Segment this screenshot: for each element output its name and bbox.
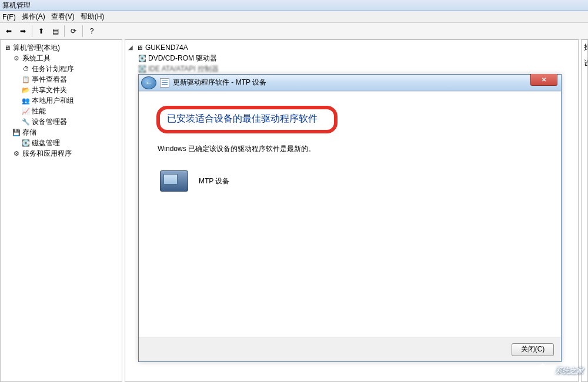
document-icon: [160, 78, 169, 88]
left-panel: 算机管理(本地) 系统工具 任务计划程序 事件查看器 共享文件夹 本地用户和组 …: [0, 39, 122, 382]
device-tree-root[interactable]: ◢ GUKEND74A: [128, 42, 576, 53]
update-driver-dialog: 更新驱动程序软件 - MTP 设备 已安装适合设备的最佳驱动程序软件 Windo…: [138, 74, 562, 362]
disk-icon: [138, 54, 146, 62]
toolbar-refresh-icon[interactable]: ⟳: [67, 25, 80, 38]
device-icon: [22, 118, 30, 126]
toolbar-forward-icon[interactable]: ➡: [16, 25, 29, 38]
tree-storage-label: 存储: [22, 127, 36, 138]
gear-icon: [12, 54, 21, 62]
share-icon: [22, 86, 30, 94]
tree-item-label: 任务计划程序: [32, 63, 74, 74]
back-button[interactable]: [141, 76, 156, 89]
device-tree-dvd[interactable]: DVD/CD-ROM 驱动器: [138, 53, 576, 63]
tree-item-perf[interactable]: 性能: [22, 106, 119, 116]
tree-item-shared[interactable]: 共享文件夹: [22, 85, 119, 95]
tree-item-label: 本地用户和组: [32, 95, 74, 106]
close-action-label: 关闭(C): [521, 344, 545, 354]
window-title: 算机管理: [2, 1, 31, 11]
tree-item-label: 事件查看器: [32, 74, 67, 85]
dialog-titlebar[interactable]: 更新驱动程序软件 - MTP 设备: [139, 75, 561, 91]
dialog-body: 已安装适合设备的最佳驱动程序软件 Windows 已确定该设备的驱动程序软件是最…: [139, 91, 561, 361]
dialog-subline: Windows 已确定该设备的驱动程序软件是最新的。: [158, 144, 543, 154]
task-icon: [22, 65, 30, 73]
event-icon: [22, 75, 30, 83]
dialog-footer: 关闭(C): [139, 337, 561, 361]
toolbar-separator: [82, 25, 83, 37]
right-label-1: 操: [584, 42, 585, 52]
mgmt-tree: 算机管理(本地) 系统工具 任务计划程序 事件查看器 共享文件夹 本地用户和组 …: [3, 42, 119, 159]
tree-services[interactable]: 服务和应用程序: [12, 148, 119, 159]
device-image-icon: [160, 170, 188, 192]
toolbar-separator: [64, 25, 65, 37]
toolbar-help-icon[interactable]: ?: [85, 25, 98, 38]
menu-bar: F(F) 操作(A) 查看(V) 帮助(H): [0, 11, 588, 23]
tree-item-device-mgr[interactable]: 设备管理器: [22, 116, 119, 127]
storage-icon: [12, 128, 21, 136]
menu-help[interactable]: 帮助(H): [81, 12, 105, 22]
collapse-icon[interactable]: ◢: [128, 42, 133, 53]
toolbar-props-icon[interactable]: ▤: [49, 25, 62, 38]
device-tree-ide[interactable]: IDE ATA/ATAPI 控制器: [138, 63, 576, 74]
tree-item-label: 磁盘管理: [32, 138, 60, 148]
tree-root-label: 算机管理(本地): [13, 42, 60, 53]
disk-icon: [22, 139, 30, 147]
tree-item-tasks[interactable]: 任务计划程序: [22, 63, 119, 74]
toolbar-back-icon[interactable]: ⬅: [2, 25, 15, 38]
tree-system-tools-label: 系统工具: [22, 53, 51, 63]
tree-root[interactable]: 算机管理(本地): [3, 42, 119, 53]
tree-storage[interactable]: 存储: [12, 127, 119, 138]
device-tree-root-label: GUKEND74A: [145, 42, 188, 53]
tree-item-users[interactable]: 本地用户和组: [22, 95, 119, 106]
headline-highlight: 已安装适合设备的最佳驱动程序软件: [156, 106, 338, 133]
perf-icon: [22, 107, 30, 115]
right-panel: 操 设: [581, 39, 588, 382]
center-panel: ◢ GUKEND74A DVD/CD-ROM 驱动器 IDE ATA/ATAPI…: [125, 39, 579, 382]
dialog-headline: 已安装适合设备的最佳驱动程序软件: [167, 113, 318, 125]
window-titlebar: 算机管理: [0, 0, 588, 11]
device-label: MTP 设备: [199, 176, 229, 186]
tree-system-tools[interactable]: 系统工具: [12, 53, 119, 63]
service-icon: [12, 149, 21, 158]
main-area: 算机管理(本地) 系统工具 任务计划程序 事件查看器 共享文件夹 本地用户和组 …: [0, 39, 588, 382]
device-row: MTP 设备: [160, 170, 543, 192]
right-label-2: 设: [584, 58, 585, 68]
toolbar-separator: [32, 25, 32, 37]
close-action-button[interactable]: 关闭(C): [512, 343, 554, 356]
menu-action[interactable]: 操作(A): [22, 12, 45, 22]
computer-icon: [135, 43, 143, 52]
tree-services-label: 服务和应用程序: [22, 148, 72, 159]
dialog-title: 更新驱动程序软件 - MTP 设备: [173, 78, 266, 88]
tree-item-label: 性能: [32, 106, 46, 116]
device-tree-ide-label: IDE ATA/ATAPI 控制器: [148, 63, 219, 74]
computer-icon: [3, 43, 11, 52]
close-button[interactable]: [530, 74, 557, 86]
controller-icon: [138, 65, 146, 73]
user-icon: [22, 96, 30, 105]
toolbar-up-icon[interactable]: ⬆: [35, 25, 48, 38]
tree-item-events[interactable]: 事件查看器: [22, 74, 119, 85]
tree-disk-mgmt[interactable]: 磁盘管理: [22, 138, 119, 148]
tree-item-label: 共享文件夹: [32, 85, 67, 95]
menu-file[interactable]: F(F): [2, 13, 16, 21]
tree-item-label: 设备管理器: [32, 116, 67, 127]
device-tree-dvd-label: DVD/CD-ROM 驱动器: [148, 53, 217, 63]
toolbar: ⬅ ➡ ⬆ ▤ ⟳ ?: [0, 23, 588, 39]
menu-view[interactable]: 查看(V): [51, 12, 75, 22]
